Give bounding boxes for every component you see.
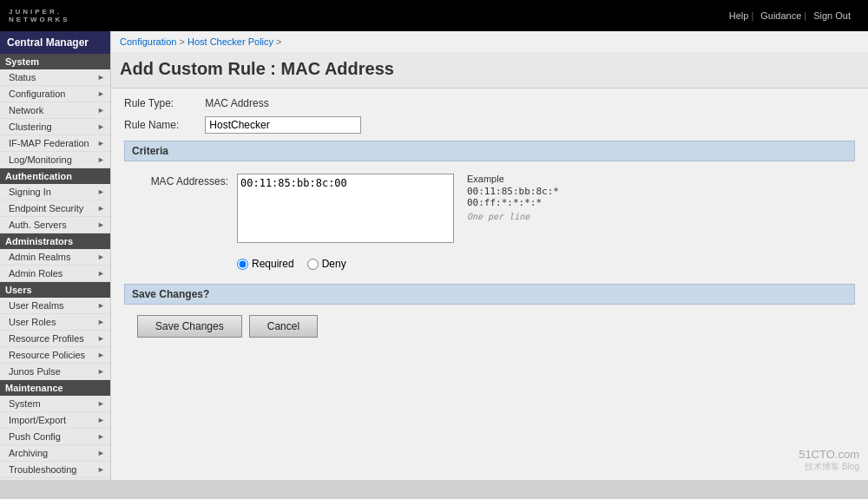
layout: Central Manager System Status ► Configur… — [0, 31, 868, 480]
arrow-icon: ► — [97, 73, 105, 82]
example-line2: 00:ff:*:*:*:* — [467, 197, 559, 208]
sidebar-item-label: Archiving — [9, 448, 48, 458]
sidebar-item-admin-roles[interactable]: Admin Roles ► — [0, 266, 110, 282]
example-box: Example 00:11:85:bb:8c:* 00:ff:*:*:*:* O… — [467, 174, 559, 221]
arrow-icon: ► — [97, 351, 105, 359]
sidebar-item-configuration[interactable]: Configuration ► — [0, 86, 110, 102]
sidebar-item-archiving[interactable]: Archiving ► — [0, 445, 110, 462]
page-title-bar: Add Custom Rule : MAC Address — [111, 52, 868, 89]
sidebar-item-user-realms[interactable]: User Realms ► — [0, 298, 110, 314]
topnav-sep1: | — [751, 10, 753, 21]
rule-type-row: Rule Type: MAC Address — [124, 97, 855, 109]
sidebar-item-admin-realms[interactable]: Admin Realms ► — [0, 249, 110, 266]
radio-deny-option[interactable]: Deny — [307, 258, 346, 270]
sidebar-item-troubleshooting[interactable]: Troubleshooting ► — [0, 462, 110, 478]
sidebar: Central Manager System Status ► Configur… — [0, 31, 111, 480]
radio-required-option[interactable]: Required — [237, 258, 294, 270]
sidebar-item-clustering[interactable]: Clustering ► — [0, 119, 110, 135]
guidance-link[interactable]: Guidance — [760, 10, 801, 21]
sidebar-item-auth-servers[interactable]: Auth. Servers ► — [0, 217, 110, 233]
section-maintenance: Maintenance — [0, 380, 110, 396]
save-changes-button[interactable]: Save Changes — [137, 315, 242, 338]
topnav: Help | Guidance | Sign Out — [716, 6, 859, 25]
logo-main: JUNIPER. — [9, 8, 70, 16]
sidebar-item-endpoint-security[interactable]: Endpoint Security ► — [0, 200, 110, 217]
section-authentication: Authentication — [0, 168, 110, 184]
radio-deny-label: Deny — [322, 258, 346, 270]
mac-addresses-row: MAC Addresses: 00:11:85:bb:8c:00 Example… — [124, 167, 855, 253]
sidebar-item-resource-policies[interactable]: Resource Policies ► — [0, 347, 110, 364]
sidebar-item-label: User Roles — [9, 317, 56, 327]
sidebar-item-label: Network — [9, 105, 43, 115]
section-administrators: Administrators — [0, 233, 110, 249]
arrow-icon: ► — [97, 269, 105, 278]
watermark-line2: 技术博客 Blog — [799, 461, 859, 473]
save-section-label: Save Changes? — [132, 288, 209, 300]
sidebar-item-resource-profiles[interactable]: Resource Profiles ► — [0, 331, 110, 347]
sidebar-item-label: Admin Realms — [9, 252, 71, 262]
sidebar-item-label: Log/Monitoring — [9, 154, 72, 165]
radio-deny[interactable] — [307, 259, 319, 270]
breadcrumb: Configuration > Host Checker Policy > — [111, 31, 868, 52]
sidebar-item-network[interactable]: Network ► — [0, 102, 110, 119]
signout-link[interactable]: Sign Out — [813, 10, 851, 21]
arrow-icon: ► — [97, 122, 105, 131]
rule-name-input[interactable] — [205, 116, 361, 134]
breadcrumb-config[interactable]: Configuration — [120, 36, 176, 47]
arrow-icon: ► — [97, 416, 105, 424]
logo: JUNIPER. NETWORKS — [9, 8, 70, 23]
cancel-button[interactable]: Cancel — [249, 315, 318, 338]
criteria-header: Criteria — [124, 141, 855, 161]
section-users: Users — [0, 282, 110, 298]
sidebar-item-if-map[interactable]: IF-MAP Federation ► — [0, 135, 110, 152]
main-content: Configuration > Host Checker Policy > Ad… — [111, 31, 868, 480]
section-system: System — [0, 54, 110, 69]
arrow-icon: ► — [97, 204, 105, 213]
arrow-icon: ► — [97, 220, 105, 229]
central-manager-label[interactable]: Central Manager — [0, 31, 110, 54]
rule-type-label: Rule Type: — [124, 97, 202, 109]
sidebar-item-label: Clustering — [9, 121, 52, 132]
sidebar-item-label: Resource Policies — [9, 350, 85, 360]
sidebar-item-label: IF-MAP Federation — [9, 138, 89, 148]
example-line3: One per line — [467, 212, 559, 221]
button-row: Save Changes Cancel — [124, 310, 855, 343]
watermark: 51CTO.com 技术博客 Blog — [799, 448, 859, 473]
arrow-icon: ► — [97, 318, 105, 326]
sidebar-item-push-config[interactable]: Push Config ► — [0, 429, 110, 445]
arrow-icon: ► — [97, 432, 105, 441]
radio-row: Required Deny — [124, 253, 855, 275]
sidebar-item-log-monitoring[interactable]: Log/Monitoring ► — [0, 152, 110, 168]
page-title: Add Custom Rule : MAC Address — [120, 59, 859, 79]
sidebar-item-import-export[interactable]: Import/Export ► — [0, 412, 110, 429]
example-label: Example — [467, 174, 559, 184]
arrow-icon: ► — [97, 155, 105, 164]
sidebar-item-user-roles[interactable]: User Roles ► — [0, 314, 110, 331]
save-section-header: Save Changes? — [124, 284, 855, 305]
breadcrumb-sep1: > — [176, 36, 187, 47]
arrow-icon: ► — [97, 301, 105, 310]
arrow-icon: ► — [97, 187, 105, 196]
sidebar-item-status[interactable]: Status ► — [0, 69, 110, 86]
sidebar-item-label: System — [9, 398, 41, 409]
arrow-icon: ► — [97, 465, 105, 474]
sidebar-item-label: Status — [9, 72, 36, 82]
arrow-icon: ► — [97, 253, 105, 261]
rule-name-row: Rule Name: — [124, 116, 855, 134]
sidebar-item-label: Auth. Servers — [9, 220, 67, 230]
sidebar-item-label: Junos Pulse — [9, 366, 61, 377]
breadcrumb-host-checker[interactable]: Host Checker Policy — [187, 36, 273, 47]
sidebar-item-signing-in[interactable]: Signing In ► — [0, 184, 110, 200]
help-link[interactable]: Help — [729, 10, 749, 21]
sidebar-item-label: Endpoint Security — [9, 203, 83, 213]
sidebar-item-junos-pulse[interactable]: Junos Pulse ► — [0, 364, 110, 380]
arrow-icon: ► — [97, 399, 105, 408]
mac-addresses-textarea[interactable]: 00:11:85:bb:8c:00 — [237, 174, 454, 243]
sidebar-item-label: User Realms — [9, 300, 64, 311]
logo-sub: NETWORKS — [9, 16, 70, 23]
arrow-icon: ► — [97, 449, 105, 457]
radio-required-label: Required — [252, 258, 294, 270]
radio-required[interactable] — [237, 259, 248, 270]
rule-type-value: MAC Address — [205, 97, 268, 109]
sidebar-item-maint-system[interactable]: System ► — [0, 396, 110, 412]
